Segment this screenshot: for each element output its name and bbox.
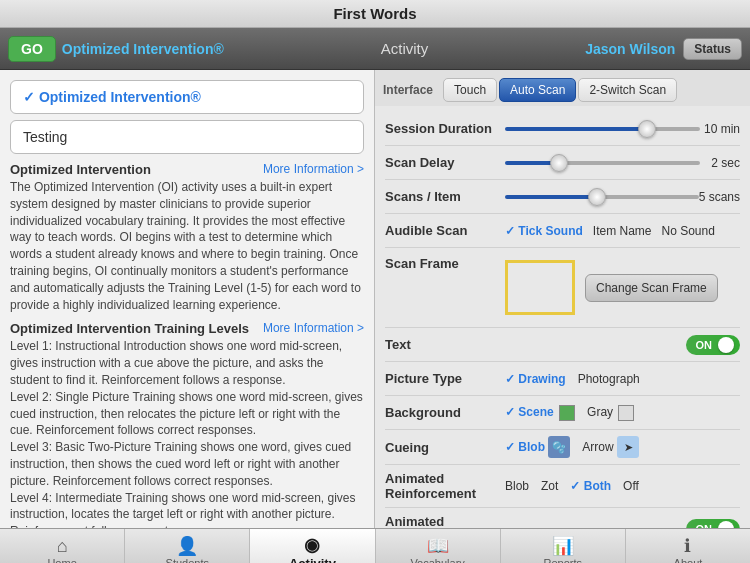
tab-home-label: Home [47, 557, 76, 563]
session-duration-slider[interactable] [505, 127, 700, 131]
tab-bar: ⌂ Home 👤 Students ◉ Activity 📖 Vocabular… [0, 528, 750, 563]
title-bar: First Words [0, 0, 750, 28]
tab-vocabulary-label: Vocabulary [410, 557, 464, 563]
arrow-cueing-option[interactable]: Arrow ➤ [582, 436, 639, 458]
animated-intro-toggle[interactable]: ON [686, 519, 741, 528]
audible-scan-label: Audible Scan [385, 223, 505, 238]
scan-delay-thumb[interactable] [550, 154, 568, 172]
background-options: Scene Gray [505, 405, 740, 421]
audible-options: Tick Sound Item Name No Sound [505, 224, 740, 238]
option-testing[interactable]: Testing [10, 120, 364, 154]
scans-per-item-slider[interactable] [505, 195, 699, 199]
tab-vocabulary[interactable]: 📖 Vocabulary [376, 529, 501, 563]
students-icon: 👤 [176, 537, 198, 555]
background-label: Background [385, 405, 505, 420]
scans-per-item-label: Scans / Item [385, 189, 505, 204]
cueing-options: Blob 🫧 Arrow ➤ [505, 436, 740, 458]
interface-label: Interface [383, 83, 433, 97]
tab-students[interactable]: 👤 Students [125, 529, 250, 563]
scan-delay-slider[interactable] [505, 161, 700, 165]
animated-reinforcement-label: Animated Reinforcement [385, 471, 505, 501]
tab-reports[interactable]: 📊 Reports [501, 529, 626, 563]
oi-description: The Optimized Intervention (OI) activity… [10, 179, 364, 313]
session-duration-track[interactable] [505, 127, 700, 131]
tab-home[interactable]: ⌂ Home [0, 529, 125, 563]
status-button[interactable]: Status [683, 38, 742, 60]
scan-frame-row: Scan Frame Change Scan Frame [385, 248, 740, 328]
tab-2switch[interactable]: 2-Switch Scan [578, 78, 677, 102]
scan-frame-label: Scan Frame [385, 256, 505, 271]
nav-bar: GO Optimized Intervention® Activity Jaso… [0, 28, 750, 70]
session-duration-value: 10 min [700, 122, 740, 136]
text-label: Text [385, 337, 505, 352]
arrow-icon: ➤ [617, 436, 639, 458]
photograph-option[interactable]: Photograph [578, 372, 640, 386]
scan-frame-box[interactable] [505, 260, 575, 315]
reports-icon: 📊 [552, 537, 574, 555]
session-duration-row: Session Duration 10 min [385, 112, 740, 146]
settings-area: Session Duration 10 min Scan Delay 2 sec [375, 106, 750, 528]
tab-students-label: Students [166, 557, 209, 563]
audible-scan-row: Audible Scan Tick Sound Item Name No Sou… [385, 214, 740, 248]
tab-activity-label: Activity [289, 556, 336, 564]
text-row: Text ON [385, 328, 740, 362]
both-option[interactable]: Both [570, 479, 611, 493]
gray-swatch [618, 405, 634, 421]
picture-type-label: Picture Type [385, 371, 505, 386]
oi-more-info[interactable]: More Information > [263, 162, 364, 176]
left-panel: Optimized Intervention® Testing Optimize… [0, 70, 375, 528]
no-sound-option[interactable]: No Sound [661, 224, 714, 238]
animated-intro-label: Animated Introduction [385, 514, 505, 528]
user-name: Jason Wilson [585, 41, 675, 57]
scan-delay-track[interactable] [505, 161, 700, 165]
tick-sound-option[interactable]: Tick Sound [505, 224, 583, 238]
tab-auto-scan[interactable]: Auto Scan [499, 78, 576, 102]
tab-reports-label: Reports [544, 557, 583, 563]
picture-type-row: Picture Type Drawing Photograph [385, 362, 740, 396]
blob-icon: 🫧 [548, 436, 570, 458]
scene-swatch [559, 405, 575, 421]
oi-section-header: Optimized Intervention More Information … [10, 162, 364, 177]
blob-option[interactable]: Blob 🫧 [505, 436, 570, 458]
drawing-option[interactable]: Drawing [505, 372, 566, 386]
tab-about[interactable]: ℹ About [626, 529, 750, 563]
cueing-row: Cueing Blob 🫧 Arrow ➤ [385, 430, 740, 465]
scan-frame-area: Change Scan Frame [505, 256, 740, 319]
off-option[interactable]: Off [623, 479, 639, 493]
go-button[interactable]: GO [8, 36, 56, 62]
vocabulary-icon: 📖 [427, 537, 449, 555]
training-description: Level 1: Instructional Introduction show… [10, 338, 364, 528]
picture-type-options: Drawing Photograph [505, 372, 740, 386]
scene-option[interactable]: Scene [505, 405, 575, 421]
main-content: Optimized Intervention® Testing Optimize… [0, 70, 750, 528]
scan-delay-row: Scan Delay 2 sec [385, 146, 740, 180]
scans-per-item-row: Scans / Item 5 scans [385, 180, 740, 214]
gray-option[interactable]: Gray [587, 405, 634, 421]
about-icon: ℹ [684, 537, 691, 555]
interface-tabs: Interface Touch Auto Scan 2-Switch Scan [375, 70, 750, 106]
animated-reinforcement-options: Blob Zot Both Off [505, 479, 740, 493]
training-more-info[interactable]: More Information > [263, 321, 364, 335]
scan-delay-value: 2 sec [700, 156, 740, 170]
oi-nav-label: Optimized Intervention® [62, 41, 224, 57]
tab-touch[interactable]: Touch [443, 78, 497, 102]
tab-activity[interactable]: ◉ Activity [250, 529, 375, 563]
zot-option[interactable]: Zot [541, 479, 558, 493]
option-oi[interactable]: Optimized Intervention® [10, 80, 364, 114]
change-scan-frame-button[interactable]: Change Scan Frame [585, 274, 718, 302]
blob-reinf-option[interactable]: Blob [505, 479, 529, 493]
training-levels-header: Optimized Intervention Training Levels M… [10, 321, 364, 336]
scans-per-item-value: 5 scans [699, 190, 740, 204]
right-panel: Interface Touch Auto Scan 2-Switch Scan … [375, 70, 750, 528]
item-name-option[interactable]: Item Name [593, 224, 652, 238]
text-toggle[interactable]: ON [686, 335, 741, 355]
activity-icon: ◉ [304, 536, 320, 554]
scans-per-item-thumb[interactable] [588, 188, 606, 206]
scan-delay-label: Scan Delay [385, 155, 505, 170]
cueing-label: Cueing [385, 440, 505, 455]
app-title: First Words [333, 5, 416, 22]
session-duration-label: Session Duration [385, 121, 505, 136]
background-row: Background Scene Gray [385, 396, 740, 430]
scans-per-item-track[interactable] [505, 195, 699, 199]
session-duration-thumb[interactable] [638, 120, 656, 138]
